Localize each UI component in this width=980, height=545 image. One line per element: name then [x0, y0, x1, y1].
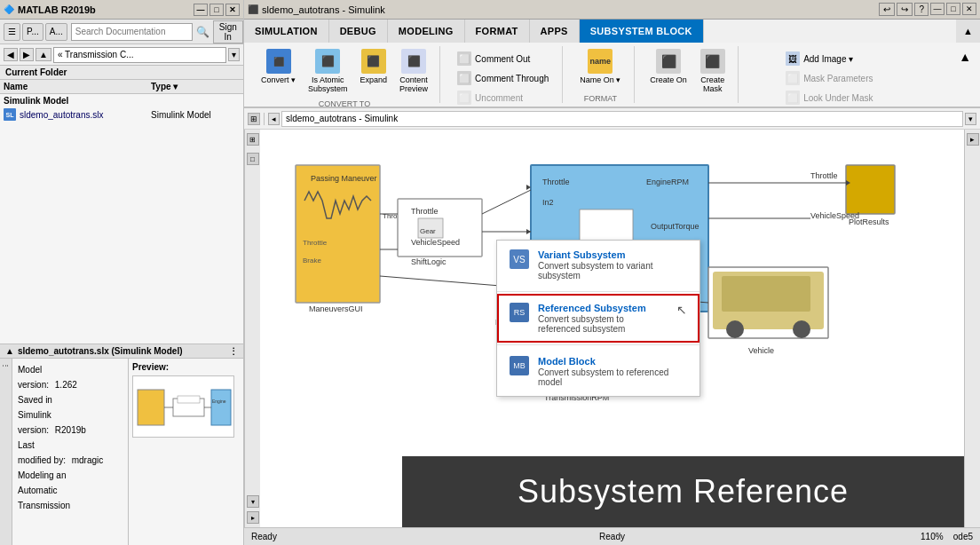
svg-text:In2: In2 — [542, 198, 554, 207]
last-modified-value: mdragic — [72, 455, 104, 465]
svg-rect-33 — [846, 165, 895, 214]
content-preview-btn[interactable]: ⬛ ContentPreview — [395, 46, 432, 96]
comment-through-btn[interactable]: ⬜ Comment Through — [451, 69, 555, 87]
svg-point-30 — [793, 320, 810, 338]
svg-text:ManeuversGUI: ManeuversGUI — [309, 304, 363, 313]
tab-apps[interactable]: APPS — [530, 20, 580, 43]
forward-btn[interactable]: ▶ — [20, 48, 34, 61]
canvas-sidebar: ⊞ □ ▾ ▸ — [244, 130, 260, 527]
svg-text:VehicleSpeed: VehicleSpeed — [810, 211, 859, 220]
mask-params-btn[interactable]: ⬜ Mask Parameters — [779, 69, 879, 87]
sidebar-icon-1[interactable]: ⊞ — [247, 133, 259, 146]
canvas-zoom-fit[interactable]: ⊞ — [248, 113, 260, 125]
bottom-panel-content: ⋮ Modelversion: 1.262 Saved inSimulinkve… — [0, 359, 243, 545]
browse-btn[interactable]: ▾ — [228, 48, 240, 61]
sidebar-icon-3[interactable]: ▾ — [247, 495, 259, 508]
bottom-panel-toggle[interactable]: ▲ — [5, 346, 14, 356]
referenced-subsystem-text: Referenced Subsystem Convert subsystem t… — [538, 303, 668, 334]
create-on-btn[interactable]: ⬛ Create On — [645, 46, 692, 87]
content-preview-label: ContentPreview — [399, 75, 428, 93]
referenced-subsystem-desc: Convert subsystem to referenced subsyste… — [538, 314, 668, 334]
sim-minimize-btn[interactable]: — — [930, 3, 944, 15]
svg-text:Passing Maneuver: Passing Maneuver — [311, 174, 377, 183]
bottom-panel-resize[interactable]: ⋮ — [229, 346, 238, 356]
up-btn[interactable]: ▲ — [36, 48, 51, 61]
sim-redo-btn[interactable]: ↪ — [897, 3, 913, 16]
sim-restore-btn[interactable]: □ — [946, 3, 960, 15]
bottom-sidebar-icon: ⋮ — [2, 362, 10, 369]
sidebar-icon-2[interactable]: □ — [247, 153, 259, 165]
file-item[interactable]: SL sldemo_autotrans.slx Simulink Model — [0, 107, 243, 122]
file-name: sldemo_autotrans.slx — [20, 110, 147, 120]
matlab-search-input[interactable] — [71, 23, 193, 41]
ribbon-group-format: name Name On ▾ FORMAT — [566, 46, 635, 103]
matlab-toolbar-btn1[interactable]: ☰ — [4, 23, 20, 41]
create-mask-btn[interactable]: ⬛ CreateMask — [695, 46, 731, 96]
matlab-restore-btn[interactable]: □ — [209, 4, 224, 16]
svg-text:ShiftLogic: ShiftLogic — [411, 257, 447, 266]
create-mask-icon: ⬛ — [700, 49, 725, 74]
tab-subsystem-block[interactable]: SUBSYSTEM BLOCK — [580, 20, 704, 43]
look-under-icon: ⬜ — [786, 91, 800, 105]
cursor-indicator: ↖ — [676, 303, 687, 317]
convert-btn[interactable]: ⬛ Convert ▾ — [257, 46, 300, 87]
sign-in-button[interactable]: Sign In — [213, 20, 243, 43]
canvas-nav-btn[interactable]: ◂ — [268, 113, 280, 125]
sim-close-btn[interactable]: ✕ — [962, 3, 976, 15]
saved-in-value: R2019b — [55, 425, 86, 435]
canvas-path: sldemo_autotrans - Simulink — [281, 111, 963, 127]
svg-rect-3 — [211, 390, 231, 425]
svg-line-39 — [482, 190, 531, 214]
comment-out-btn[interactable]: ⬜ Comment Out — [451, 50, 536, 67]
sim-help-btn[interactable]: ? — [914, 3, 929, 16]
matlab-win-controls[interactable]: — □ ✕ — [194, 4, 240, 16]
svg-text:Throttle: Throttle — [810, 171, 838, 180]
simulink-win-controls[interactable]: ↩ ↪ ? — □ ✕ — [879, 3, 976, 16]
tab-modeling[interactable]: MODELING — [388, 20, 465, 43]
file-type: Simulink Model — [151, 110, 240, 120]
tab-format[interactable]: FORMAT — [465, 20, 530, 43]
matlab-toolbar-btn2[interactable]: P... — [22, 23, 43, 41]
uncomment-btn[interactable]: ⬜ Uncomment — [451, 89, 529, 107]
address-input[interactable] — [53, 47, 226, 63]
create-mask-label: CreateMask — [700, 75, 724, 93]
name-on-btn[interactable]: name Name On ▾ — [573, 46, 627, 87]
preview-area: Preview: Engine — [128, 359, 243, 545]
matlab-title: MATLAB R2019b — [18, 4, 96, 15]
matlab-toolbar: ☰ P... A... 🔍 Sign In — [0, 20, 243, 44]
tab-debug[interactable]: DEBUG — [329, 20, 388, 43]
format-group-label: FORMAT — [584, 92, 617, 103]
simulink-title: sldemo_autotrans - Simulink — [262, 4, 385, 15]
canvas-right-sidebar: ▸ — [964, 130, 980, 527]
is-atomic-btn[interactable]: ⬛ Is AtomicSubsystem — [304, 46, 352, 96]
col-name: Name — [4, 82, 151, 91]
tab-simulation[interactable]: SIMULATION — [244, 20, 329, 43]
model-block-desc: Convert subsystem to referenced model — [538, 367, 687, 387]
sim-undo-btn[interactable]: ↩ — [879, 3, 895, 16]
matlab-minimize-btn[interactable]: — — [194, 4, 208, 16]
last-modified-label: Lastmodified by: — [18, 440, 66, 465]
right-sidebar-toggle[interactable]: ▸ — [967, 133, 979, 146]
canvas-nav-fwd[interactable]: ▾ — [965, 113, 976, 125]
model-block-item[interactable]: MB Model Block Convert subsystem to refe… — [497, 347, 699, 396]
back-btn[interactable]: ◀ — [4, 48, 18, 61]
sidebar-icon-4[interactable]: ▸ — [247, 511, 259, 524]
variant-subsystem-item[interactable]: VS Variant Subsystem Convert subsystem t… — [497, 241, 699, 289]
matlab-close-btn[interactable]: ✕ — [225, 4, 240, 16]
current-folder-label: Current Folder — [0, 66, 243, 80]
matlab-toolbar-btn3[interactable]: A... — [45, 23, 67, 41]
ribbon-collapse-btn[interactable]: ▲ — [959, 50, 971, 64]
referenced-subsystem-item[interactable]: RS Referenced Subsystem Convert subsyste… — [497, 294, 699, 343]
svg-rect-0 — [138, 390, 164, 425]
comment-out-label: Comment Out — [475, 54, 530, 64]
expand-btn[interactable]: ⬛ Expand — [356, 46, 392, 87]
add-image-btn[interactable]: 🖼 Add Image ▾ — [779, 50, 859, 67]
collapse-ribbon-btn[interactable]: ▲ — [956, 20, 980, 43]
model-version-label: Modelversion: — [18, 365, 49, 390]
uncomment-label: Uncomment — [475, 93, 523, 103]
canvas-path-text: sldemo_autotrans - Simulink — [286, 114, 398, 123]
variant-subsystem-title: Variant Subsystem — [538, 249, 687, 260]
look-under-btn[interactable]: ⬜ Look Under Mask — [779, 89, 879, 107]
add-image-label: Add Image ▾ — [803, 54, 853, 64]
convert-label: Convert ▾ — [261, 75, 296, 84]
